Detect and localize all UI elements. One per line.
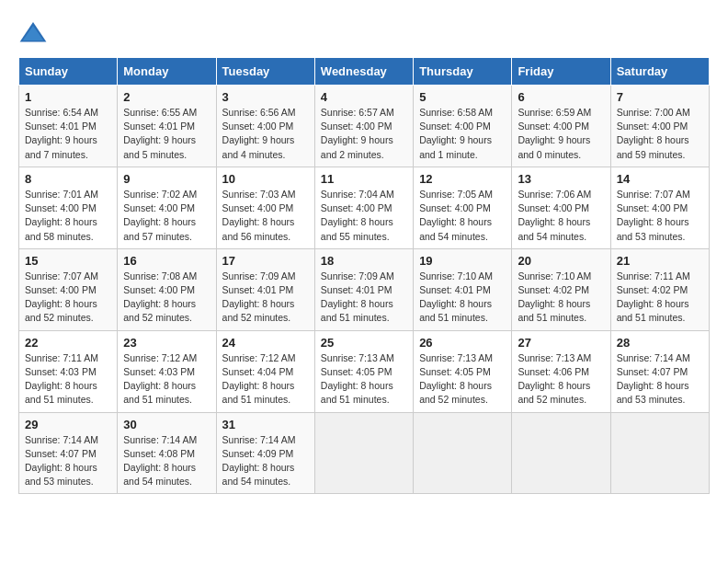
day-number: 10 <box>222 172 309 186</box>
calendar-week-row: 29 Sunrise: 7:14 AMSunset: 4:07 PMDaylig… <box>19 412 710 494</box>
day-number: 6 <box>518 90 604 104</box>
calendar-day-cell <box>414 412 512 494</box>
calendar-week-row: 1 Sunrise: 6:54 AMSunset: 4:01 PMDayligh… <box>19 86 710 167</box>
weekday-header: Sunday <box>19 58 118 86</box>
calendar-day-cell: 17 Sunrise: 7:09 AMSunset: 4:01 PMDaylig… <box>216 248 314 330</box>
day-info: Sunrise: 7:03 AMSunset: 4:00 PMDaylight:… <box>222 188 309 244</box>
calendar-day-cell: 5 Sunrise: 6:58 AMSunset: 4:00 PMDayligh… <box>414 86 512 167</box>
day-number: 19 <box>419 254 506 268</box>
day-number: 8 <box>25 172 111 186</box>
day-info: Sunrise: 7:13 AMSunset: 4:05 PMDaylight:… <box>321 351 407 408</box>
calendar-day-cell: 1 Sunrise: 6:54 AMSunset: 4:01 PMDayligh… <box>19 86 118 167</box>
day-info: Sunrise: 6:54 AMSunset: 4:01 PMDaylight:… <box>25 106 111 162</box>
weekday-header: Saturday <box>610 58 709 86</box>
calendar-day-cell: 3 Sunrise: 6:56 AMSunset: 4:00 PMDayligh… <box>216 86 314 167</box>
calendar-day-cell <box>314 412 413 494</box>
day-number: 13 <box>518 172 604 186</box>
day-number: 4 <box>321 90 407 104</box>
calendar-day-cell: 7 Sunrise: 7:00 AMSunset: 4:00 PMDayligh… <box>610 86 709 167</box>
day-info: Sunrise: 6:58 AMSunset: 4:00 PMDaylight:… <box>419 106 506 162</box>
day-number: 18 <box>321 254 407 268</box>
day-number: 29 <box>25 418 111 431</box>
calendar-day-cell: 6 Sunrise: 6:59 AMSunset: 4:00 PMDayligh… <box>512 86 610 167</box>
day-info: Sunrise: 6:57 AMSunset: 4:00 PMDaylight:… <box>321 106 407 162</box>
day-number: 3 <box>222 90 309 104</box>
calendar-day-cell: 21 Sunrise: 7:11 AMSunset: 4:02 PMDaylig… <box>610 248 709 330</box>
calendar-day-cell: 18 Sunrise: 7:09 AMSunset: 4:01 PMDaylig… <box>314 248 413 330</box>
calendar-day-cell: 9 Sunrise: 7:02 AMSunset: 4:00 PMDayligh… <box>118 167 216 248</box>
day-number: 16 <box>123 254 210 268</box>
calendar-week-row: 8 Sunrise: 7:01 AMSunset: 4:00 PMDayligh… <box>19 167 710 248</box>
calendar-day-cell: 19 Sunrise: 7:10 AMSunset: 4:01 PMDaylig… <box>414 248 512 330</box>
calendar-day-cell: 25 Sunrise: 7:13 AMSunset: 4:05 PMDaylig… <box>314 330 413 412</box>
day-number: 2 <box>123 90 210 104</box>
weekday-header: Monday <box>118 58 216 86</box>
calendar-day-cell: 26 Sunrise: 7:13 AMSunset: 4:05 PMDaylig… <box>414 330 512 412</box>
day-info: Sunrise: 6:59 AMSunset: 4:00 PMDaylight:… <box>518 106 604 162</box>
day-info: Sunrise: 7:13 AMSunset: 4:06 PMDaylight:… <box>518 351 604 408</box>
day-info: Sunrise: 7:07 AMSunset: 4:00 PMDaylight:… <box>25 270 111 326</box>
day-number: 31 <box>222 418 309 431</box>
day-info: Sunrise: 7:09 AMSunset: 4:01 PMDaylight:… <box>321 270 407 326</box>
day-info: Sunrise: 7:08 AMSunset: 4:00 PMDaylight:… <box>123 270 210 326</box>
weekday-header: Friday <box>512 58 610 86</box>
logo <box>18 18 51 48</box>
day-number: 14 <box>617 172 703 186</box>
calendar-day-cell: 31 Sunrise: 7:14 AMSunset: 4:09 PMDaylig… <box>216 412 314 494</box>
day-info: Sunrise: 7:14 AMSunset: 4:08 PMDaylight:… <box>123 433 210 489</box>
day-info: Sunrise: 7:05 AMSunset: 4:00 PMDaylight:… <box>419 188 506 244</box>
calendar-table: SundayMondayTuesdayWednesdayThursdayFrid… <box>18 57 710 494</box>
day-number: 7 <box>617 90 703 104</box>
day-info: Sunrise: 7:12 AMSunset: 4:03 PMDaylight:… <box>123 351 210 408</box>
day-info: Sunrise: 7:14 AMSunset: 4:07 PMDaylight:… <box>25 433 111 489</box>
calendar-day-cell: 15 Sunrise: 7:07 AMSunset: 4:00 PMDaylig… <box>19 248 118 330</box>
day-info: Sunrise: 7:14 AMSunset: 4:09 PMDaylight:… <box>222 433 309 489</box>
day-info: Sunrise: 6:55 AMSunset: 4:01 PMDaylight:… <box>123 106 210 162</box>
day-number: 24 <box>222 336 309 350</box>
day-number: 30 <box>123 418 210 431</box>
day-number: 28 <box>617 336 703 350</box>
calendar-day-cell: 8 Sunrise: 7:01 AMSunset: 4:00 PMDayligh… <box>19 167 118 248</box>
calendar-day-cell: 2 Sunrise: 6:55 AMSunset: 4:01 PMDayligh… <box>118 86 216 167</box>
calendar-day-cell: 14 Sunrise: 7:07 AMSunset: 4:00 PMDaylig… <box>610 167 709 248</box>
day-info: Sunrise: 7:14 AMSunset: 4:07 PMDaylight:… <box>617 351 703 408</box>
calendar-day-cell: 4 Sunrise: 6:57 AMSunset: 4:00 PMDayligh… <box>314 86 413 167</box>
calendar-week-row: 15 Sunrise: 7:07 AMSunset: 4:00 PMDaylig… <box>19 248 710 330</box>
day-number: 5 <box>419 90 506 104</box>
day-info: Sunrise: 7:11 AMSunset: 4:03 PMDaylight:… <box>25 351 111 408</box>
calendar-day-cell: 13 Sunrise: 7:06 AMSunset: 4:00 PMDaylig… <box>512 167 610 248</box>
day-number: 1 <box>25 90 111 104</box>
day-info: Sunrise: 7:12 AMSunset: 4:04 PMDaylight:… <box>222 351 309 408</box>
day-number: 25 <box>321 336 407 350</box>
calendar-week-row: 22 Sunrise: 7:11 AMSunset: 4:03 PMDaylig… <box>19 330 710 412</box>
weekday-header: Thursday <box>414 58 512 86</box>
day-number: 26 <box>419 336 506 350</box>
calendar-day-cell: 24 Sunrise: 7:12 AMSunset: 4:04 PMDaylig… <box>216 330 314 412</box>
day-info: Sunrise: 7:10 AMSunset: 4:02 PMDaylight:… <box>518 270 604 326</box>
calendar-day-cell: 12 Sunrise: 7:05 AMSunset: 4:00 PMDaylig… <box>414 167 512 248</box>
logo-icon <box>18 18 48 48</box>
day-info: Sunrise: 7:00 AMSunset: 4:00 PMDaylight:… <box>617 106 703 162</box>
day-number: 11 <box>321 172 407 186</box>
calendar-day-cell: 10 Sunrise: 7:03 AMSunset: 4:00 PMDaylig… <box>216 167 314 248</box>
weekday-header: Wednesday <box>314 58 413 86</box>
calendar-day-cell: 23 Sunrise: 7:12 AMSunset: 4:03 PMDaylig… <box>118 330 216 412</box>
weekday-header: Tuesday <box>216 58 314 86</box>
calendar-day-cell: 11 Sunrise: 7:04 AMSunset: 4:00 PMDaylig… <box>314 167 413 248</box>
day-info: Sunrise: 7:11 AMSunset: 4:02 PMDaylight:… <box>617 270 703 326</box>
page-header <box>18 18 710 48</box>
calendar-day-cell: 16 Sunrise: 7:08 AMSunset: 4:00 PMDaylig… <box>118 248 216 330</box>
day-number: 12 <box>419 172 506 186</box>
calendar-day-cell: 22 Sunrise: 7:11 AMSunset: 4:03 PMDaylig… <box>19 330 118 412</box>
day-number: 17 <box>222 254 309 268</box>
day-number: 20 <box>518 254 604 268</box>
day-info: Sunrise: 7:10 AMSunset: 4:01 PMDaylight:… <box>419 270 506 326</box>
day-info: Sunrise: 7:02 AMSunset: 4:00 PMDaylight:… <box>123 188 210 244</box>
calendar-day-cell: 28 Sunrise: 7:14 AMSunset: 4:07 PMDaylig… <box>610 330 709 412</box>
day-info: Sunrise: 7:06 AMSunset: 4:00 PMDaylight:… <box>518 188 604 244</box>
calendar-day-cell: 30 Sunrise: 7:14 AMSunset: 4:08 PMDaylig… <box>118 412 216 494</box>
day-number: 22 <box>25 336 111 350</box>
calendar-day-cell <box>512 412 610 494</box>
day-info: Sunrise: 7:09 AMSunset: 4:01 PMDaylight:… <box>222 270 309 326</box>
day-info: Sunrise: 7:13 AMSunset: 4:05 PMDaylight:… <box>419 351 506 408</box>
